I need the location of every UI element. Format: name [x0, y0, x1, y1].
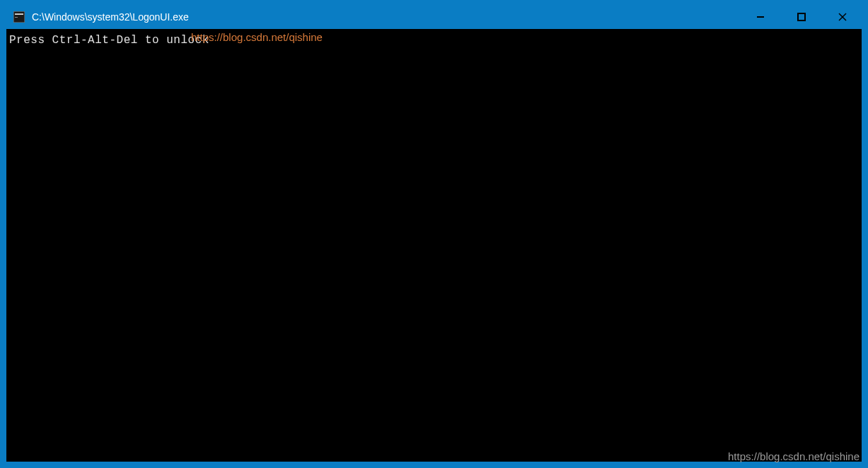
- window-title: C:\Windows\system32\LogonUI.exe: [32, 11, 189, 23]
- svg-rect-1: [15, 13, 23, 15]
- console-window: C:\Windows\system32\LogonUI.exe Press Ct: [5, 5, 863, 463]
- app-icon: [13, 11, 25, 23]
- window-controls: [740, 5, 863, 29]
- close-button[interactable]: [822, 5, 863, 29]
- console-output[interactable]: Press Ctrl-Alt-Del to unlock: [5, 29, 863, 463]
- svg-rect-2: [15, 17, 18, 18]
- svg-rect-3: [757, 16, 764, 18]
- console-line: Press Ctrl-Alt-Del to unlock: [9, 33, 859, 48]
- minimize-button[interactable]: [740, 5, 781, 29]
- maximize-button[interactable]: [781, 5, 822, 29]
- title-bar[interactable]: C:\Windows\system32\LogonUI.exe: [5, 5, 863, 29]
- svg-rect-4: [798, 13, 805, 21]
